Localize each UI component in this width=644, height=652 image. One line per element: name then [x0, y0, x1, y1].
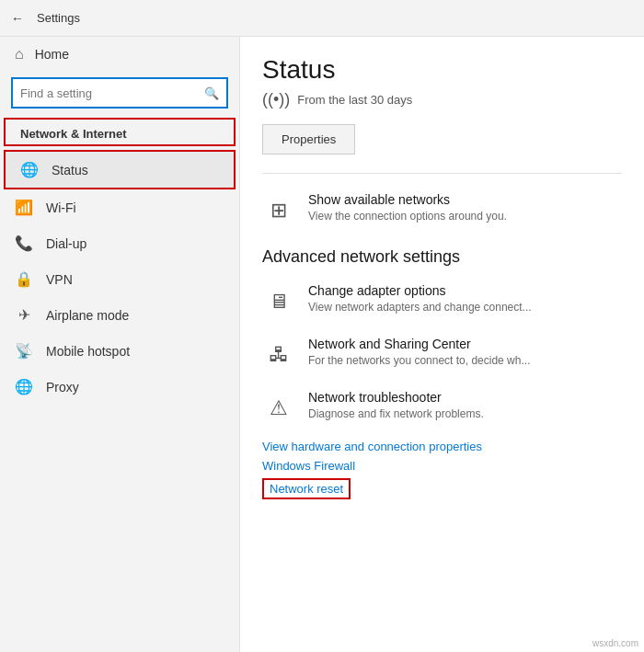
airplane-icon: ✈: [15, 306, 33, 324]
hotspot-icon: 📡: [15, 342, 33, 360]
show-networks-item[interactable]: ⊞ Show available networks View the conne…: [262, 183, 622, 236]
sidebar-item-wifi[interactable]: 📶 Wi-Fi: [0, 189, 239, 225]
wifi-large-icon: ((•)): [262, 90, 290, 109]
sharing-title: Network and Sharing Center: [308, 337, 622, 351]
watermark: wsxdn.com: [592, 638, 638, 648]
adapter-item[interactable]: 🖥 Change adapter options View network ad…: [262, 274, 622, 327]
titlebar-title: Settings: [37, 11, 80, 25]
sharing-text: Network and Sharing Center For the netwo…: [308, 337, 622, 369]
sharing-item[interactable]: 🖧 Network and Sharing Center For the net…: [262, 327, 622, 381]
sidebar-proxy-label: Proxy: [46, 380, 79, 395]
sidebar-home-label: Home: [35, 47, 69, 62]
proxy-icon: 🌐: [15, 378, 33, 395]
troubleshooter-desc: Diagnose and fix network problems.: [308, 406, 622, 422]
sidebar-dialup-label: Dial-up: [46, 236, 86, 251]
status-subtitle: ((•)) From the last 30 days: [262, 90, 622, 109]
sidebar-item-hotspot[interactable]: 📡 Mobile hotspot: [0, 333, 239, 369]
properties-button[interactable]: Properties: [262, 124, 355, 154]
page-title: Status: [262, 55, 622, 85]
troubleshooter-icon-box: ⚠: [262, 392, 295, 425]
networks-text: Show available networks View the connect…: [308, 192, 622, 224]
adapter-text: Change adapter options View network adap…: [308, 283, 622, 315]
search-icon: 🔍: [204, 86, 219, 100]
titlebar: ← Settings: [0, 0, 644, 37]
sidebar-hotspot-label: Mobile hotspot: [46, 344, 130, 359]
networks-icon: ⊞: [270, 199, 287, 223]
sidebar-item-dialup[interactable]: 📞 Dial-up: [0, 225, 239, 261]
search-box: 🔍: [11, 77, 228, 109]
sidebar-item-proxy[interactable]: 🌐 Proxy: [0, 369, 239, 405]
windows-firewall-link[interactable]: Windows Firewall: [262, 459, 622, 473]
sidebar-item-status[interactable]: 🌐 Status: [4, 150, 236, 189]
vpn-icon: 🔒: [15, 270, 33, 288]
wifi-icon: 📶: [15, 199, 33, 216]
sharing-desc: For the networks you connect to, decide …: [308, 353, 622, 369]
status-icon: 🌐: [20, 161, 39, 178]
advanced-section-title: Advanced network settings: [262, 247, 622, 267]
section-header: Network & Internet: [4, 118, 236, 146]
dialup-icon: 📞: [15, 234, 33, 252]
sharing-icon: 🖧: [269, 343, 289, 367]
adapter-icon: 🖥: [269, 290, 289, 314]
search-input[interactable]: [20, 86, 204, 100]
adapter-icon-box: 🖥: [262, 285, 295, 318]
networks-icon-box: ⊞: [262, 194, 295, 227]
sidebar: ⌂ Home 🔍 Network & Internet 🌐 Status 📶 W…: [0, 37, 239, 652]
sidebar-airplane-label: Airplane mode: [46, 308, 129, 323]
networks-title: Show available networks: [308, 192, 622, 207]
sharing-icon-box: 🖧: [262, 338, 295, 372]
troubleshooter-icon: ⚠: [270, 396, 288, 420]
sidebar-wifi-label: Wi-Fi: [46, 200, 76, 215]
adapter-title: Change adapter options: [308, 283, 622, 298]
networks-desc: View the connection options around you.: [308, 209, 622, 224]
sidebar-item-vpn[interactable]: 🔒 VPN: [0, 261, 239, 297]
sidebar-vpn-label: VPN: [46, 272, 73, 287]
action-buttons: Properties: [262, 124, 622, 154]
back-button[interactable]: ←: [11, 11, 24, 26]
view-hardware-link[interactable]: View hardware and connection properties: [262, 440, 622, 453]
home-icon: ⌂: [15, 46, 24, 63]
troubleshooter-item[interactable]: ⚠ Network troubleshooter Diagnose and fi…: [262, 381, 622, 434]
divider-1: [262, 173, 622, 174]
troubleshooter-text: Network troubleshooter Diagnose and fix …: [308, 390, 622, 422]
main-layout: ⌂ Home 🔍 Network & Internet 🌐 Status 📶 W…: [0, 37, 644, 652]
sidebar-home-item[interactable]: ⌂ Home: [0, 37, 239, 72]
sidebar-item-airplane[interactable]: ✈ Airplane mode: [0, 297, 239, 333]
subtitle-text: From the last 30 days: [297, 93, 412, 107]
sidebar-status-label: Status: [52, 163, 88, 177]
network-reset-link[interactable]: Network reset: [262, 478, 351, 499]
content-area: Status ((•)) From the last 30 days Prope…: [239, 37, 644, 652]
adapter-desc: View network adapters and change connect…: [308, 300, 622, 315]
troubleshooter-title: Network troubleshooter: [308, 390, 622, 405]
